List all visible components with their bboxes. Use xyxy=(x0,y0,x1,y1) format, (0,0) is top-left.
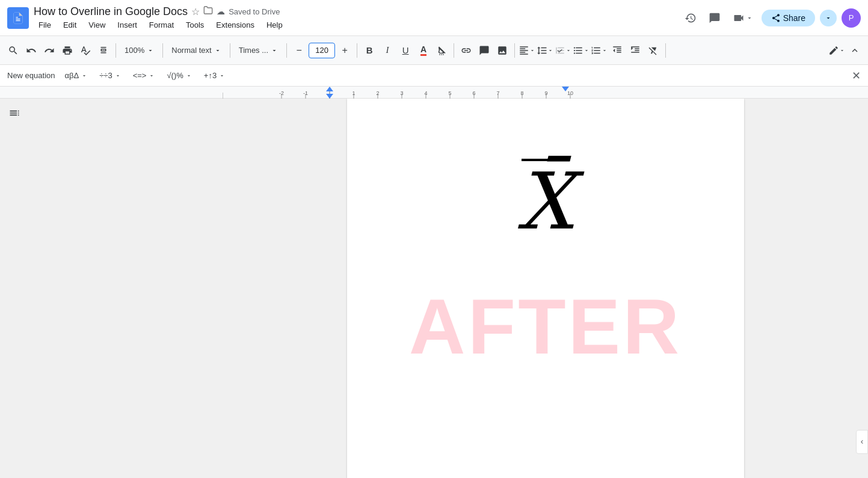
text-style-label: Normal text xyxy=(171,46,211,55)
text-style-dropdown[interactable]: Normal text xyxy=(167,43,226,57)
sidebar-left xyxy=(0,99,223,478)
doc-canvas[interactable]: X̄ AFTER xyxy=(223,99,868,478)
font-size-decrease[interactable]: − xyxy=(291,42,307,59)
font-dropdown[interactable]: Times ... xyxy=(234,43,283,57)
ruler-inner: -2 -1 1 2 3 4 5 6 7 8 9 10 xyxy=(223,87,868,98)
menu-bar: File Edit View Insert Format Tools Exten… xyxy=(34,19,676,31)
menu-insert[interactable]: Insert xyxy=(112,19,142,31)
svg-rect-1 xyxy=(16,20,20,20)
overline-x-container: X̄ xyxy=(517,159,573,245)
list-button[interactable] xyxy=(573,42,589,59)
svg-rect-0 xyxy=(16,18,20,19)
title-row: How to Overline in Google Docs ☆ ☁ Saved… xyxy=(34,5,676,18)
menu-file[interactable]: File xyxy=(34,19,56,31)
meet-button[interactable] xyxy=(729,8,757,28)
undo-button[interactable] xyxy=(23,42,40,59)
font-size-input[interactable] xyxy=(309,43,335,58)
history-button[interactable] xyxy=(681,8,700,28)
toolbar: 100% Normal text Times ... − + B I U A xyxy=(0,36,868,65)
print-button[interactable] xyxy=(59,42,76,59)
saved-status: Saved to Drive xyxy=(229,7,280,16)
main-area: X̄ AFTER xyxy=(0,99,868,478)
star-icon[interactable]: ☆ xyxy=(191,6,200,17)
cloud-icon: ☁ xyxy=(217,7,225,16)
text-color-button[interactable]: A xyxy=(415,42,432,59)
outline-toggle[interactable] xyxy=(5,103,24,123)
svg-text:9: 9 xyxy=(544,90,547,96)
font-name-label: Times ... xyxy=(239,46,268,55)
divider-4 xyxy=(286,43,287,58)
pen-dropdown[interactable] xyxy=(828,42,845,59)
share-dropdown-arrow[interactable] xyxy=(820,10,837,26)
divider-8 xyxy=(665,43,666,58)
indent-increase-button[interactable] xyxy=(627,42,644,59)
bold-button[interactable]: B xyxy=(361,42,378,59)
svg-text:6: 6 xyxy=(472,90,475,96)
indent-decrease-button[interactable] xyxy=(609,42,626,59)
folder-icon[interactable] xyxy=(203,5,213,17)
svg-text:7: 7 xyxy=(496,90,499,96)
user-avatar[interactable]: P xyxy=(842,8,861,28)
menu-edit[interactable]: Edit xyxy=(58,19,81,31)
divider-2 xyxy=(162,43,163,58)
share-label: Share xyxy=(783,13,805,23)
after-text-watermark: AFTER xyxy=(409,281,682,372)
zoom-dropdown[interactable]: 100% xyxy=(120,43,159,57)
svg-text:10: 10 xyxy=(567,90,573,96)
checklist-button[interactable] xyxy=(555,42,571,59)
svg-text:1: 1 xyxy=(352,90,355,96)
line-spacing-button[interactable] xyxy=(537,42,553,59)
title-bar: How to Overline in Google Docs ☆ ☁ Saved… xyxy=(0,0,868,36)
greek-letters-dropdown[interactable]: αβΔ xyxy=(63,70,90,81)
equation-bar: New equation αβΔ ÷÷3 <=> √()% +↑3 ✕ xyxy=(0,65,868,87)
collapse-toolbar-button[interactable] xyxy=(846,42,863,59)
menu-view[interactable]: View xyxy=(84,19,110,31)
image-button[interactable] xyxy=(494,42,511,59)
italic-button[interactable]: I xyxy=(379,42,396,59)
comment-button[interactable] xyxy=(705,8,724,28)
comment-inline-button[interactable] xyxy=(476,42,493,59)
new-equation-label[interactable]: New equation xyxy=(7,71,55,80)
svg-rect-2 xyxy=(16,17,18,17)
align-button[interactable] xyxy=(519,42,535,59)
title-bar-right: Share P xyxy=(681,8,861,28)
divider-5 xyxy=(357,43,357,58)
font-size-increase[interactable]: + xyxy=(336,42,353,59)
svg-text:8: 8 xyxy=(520,90,523,96)
title-section: How to Overline in Google Docs ☆ ☁ Saved… xyxy=(34,5,676,31)
clear-formatting-button[interactable] xyxy=(645,42,662,59)
accent-dropdown[interactable]: +↑3 xyxy=(202,70,227,81)
doc-icon xyxy=(7,7,29,29)
x-symbol: X̄ xyxy=(517,159,573,245)
menu-format[interactable]: Format xyxy=(144,19,179,31)
equation-close-button[interactable]: ✕ xyxy=(852,69,861,82)
link-button[interactable] xyxy=(458,42,475,59)
divider-1 xyxy=(115,43,116,58)
svg-text:4: 4 xyxy=(424,90,427,96)
divider-6 xyxy=(454,43,454,58)
right-panel-collapse[interactable] xyxy=(856,430,868,454)
menu-extensions[interactable]: Extensions xyxy=(211,19,259,31)
highlight-button[interactable] xyxy=(433,42,450,59)
menu-help[interactable]: Help xyxy=(262,19,288,31)
operations-dropdown[interactable]: ÷÷3 xyxy=(97,70,123,81)
doc-title[interactable]: How to Overline in Google Docs xyxy=(34,5,188,18)
divider-3 xyxy=(230,43,230,58)
menu-tools[interactable]: Tools xyxy=(181,19,209,31)
svg-text:2: 2 xyxy=(376,90,379,96)
ordered-list-button[interactable] xyxy=(591,42,608,59)
svg-text:5: 5 xyxy=(448,90,451,96)
arrows-dropdown[interactable]: <=> xyxy=(131,70,158,81)
divider-7 xyxy=(514,43,515,58)
doc-page: X̄ AFTER xyxy=(347,99,744,478)
toolbar-right xyxy=(828,42,863,59)
svg-marker-30 xyxy=(326,94,333,99)
redo-button[interactable] xyxy=(41,42,58,59)
search-toolbar-button[interactable] xyxy=(5,42,22,59)
svg-marker-29 xyxy=(326,87,333,91)
paintformat-button[interactable] xyxy=(95,42,112,59)
spellcheck-button[interactable] xyxy=(77,42,94,59)
misc-dropdown[interactable]: √()% xyxy=(164,70,194,81)
underline-button[interactable]: U xyxy=(397,42,414,59)
share-button[interactable]: Share xyxy=(762,10,815,26)
